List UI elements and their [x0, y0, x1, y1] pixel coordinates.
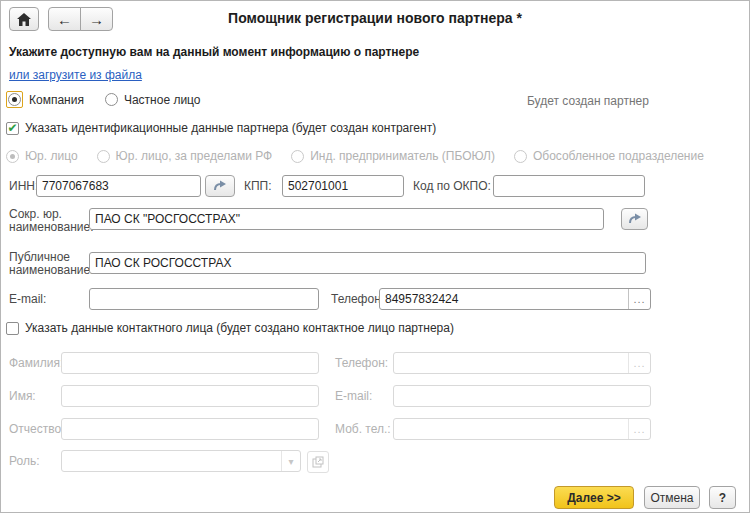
first-name-label: Имя:: [9, 389, 36, 403]
contact-checkbox-label[interactable]: Указать данные контактного лица (будет с…: [25, 321, 454, 335]
home-button[interactable]: [9, 7, 39, 31]
public-name-label: Публичное наименование:: [9, 251, 89, 277]
radio-legal-entity-label: Юр. лицо: [25, 149, 78, 163]
contact-checkbox[interactable]: [6, 322, 19, 335]
fill-by-inn-button[interactable]: [205, 175, 235, 197]
middle-name-input: [61, 418, 319, 440]
okpo-input[interactable]: [493, 175, 645, 197]
email-label: E-mail:: [9, 292, 46, 306]
page-title: Помощник регистрации нового партнера *: [61, 10, 689, 26]
last-name-label: Фамилия:: [9, 356, 63, 370]
role-open-button: [307, 451, 329, 473]
okpo-label: Код по ОКПО:: [413, 179, 491, 193]
instruction-text: Укажите доступную вам на данный момент и…: [9, 45, 419, 59]
will-create-partner-note: Будет создан партнер: [527, 94, 649, 108]
kpp-label: КПП:: [244, 179, 272, 193]
contact-phone-label: Телефон:: [335, 356, 388, 370]
contact-email-label: E-mail:: [335, 389, 372, 403]
ident-checkbox-label[interactable]: Указать идентификационные данные партнер…: [25, 121, 436, 135]
phone-field: ...: [379, 288, 651, 310]
contact-phone-input: [394, 353, 628, 373]
first-name-input: [61, 385, 319, 407]
load-from-file-link[interactable]: или загрузите из файла: [9, 68, 142, 82]
check-icon: ✔: [7, 122, 17, 134]
help-button[interactable]: ?: [709, 486, 736, 509]
next-button[interactable]: Далее >>: [554, 486, 634, 509]
radio-separate-division-label: Обособленное подразделение: [533, 149, 704, 163]
ident-checkbox[interactable]: ✔: [6, 122, 19, 135]
last-name-input: [61, 352, 319, 374]
phone-dots-button[interactable]: ...: [628, 289, 650, 309]
middle-name-label: Отчество:: [9, 422, 65, 436]
contact-mobile-input: [394, 419, 628, 439]
open-form-icon: [312, 456, 324, 468]
short-name-input[interactable]: [89, 208, 604, 230]
fill-arrow-icon: [213, 180, 227, 192]
contact-phone-field: ...: [393, 352, 651, 374]
radio-foreign-entity-label: Юр. лицо, за пределами РФ: [116, 149, 273, 163]
radio-individual-entrepreneur: [291, 150, 304, 163]
inn-input[interactable]: [36, 175, 201, 197]
contact-phone-dots-button: ...: [628, 353, 650, 373]
contact-email-input: [393, 385, 651, 407]
role-label: Роль:: [9, 454, 39, 468]
radio-individual-entrepreneur-label: Инд. предприниматель (ПБОЮЛ): [310, 149, 495, 163]
fill-name-button[interactable]: [621, 208, 648, 230]
legal-form-group: Юр. лицо Юр. лицо, за пределами РФ Инд. …: [6, 149, 704, 163]
short-name-label: Сокр. юр. наименование:: [9, 208, 89, 234]
phone-label: Телефон:: [331, 292, 384, 306]
contact-mobile-label: Моб. тел.:: [335, 422, 391, 436]
home-icon: [17, 13, 31, 26]
contact-checkbox-row: Указать данные контактного лица (будет с…: [6, 321, 454, 335]
fill-arrow-icon: [628, 213, 642, 225]
role-dropdown-icon: ▾: [281, 451, 300, 471]
partner-type-group: Компания Частное лицо: [6, 91, 201, 108]
radio-company-label[interactable]: Компания: [29, 93, 84, 107]
cancel-button[interactable]: Отмена: [644, 486, 700, 509]
contact-mobile-dots-button: ...: [628, 419, 650, 439]
kpp-input[interactable]: [282, 175, 404, 197]
role-field: ▾: [61, 450, 301, 472]
radio-separate-division: [514, 150, 527, 163]
radio-private-person-label[interactable]: Частное лицо: [124, 93, 201, 107]
phone-input[interactable]: [380, 289, 628, 309]
radio-company[interactable]: [8, 93, 21, 106]
email-input[interactable]: [89, 288, 319, 310]
contact-mobile-field: ...: [393, 418, 651, 440]
ident-checkbox-row: ✔ Указать идентификационные данные партн…: [6, 121, 436, 135]
public-name-input[interactable]: [89, 252, 646, 274]
radio-legal-entity: [6, 150, 19, 163]
role-input: [62, 451, 281, 471]
wizard-window: ← → Помощник регистрации нового партнера…: [0, 0, 750, 513]
radio-private-person[interactable]: [105, 93, 118, 106]
radio-focus-ring: [6, 91, 23, 108]
radio-foreign-entity: [97, 150, 110, 163]
inn-label: ИНН:: [9, 179, 38, 193]
